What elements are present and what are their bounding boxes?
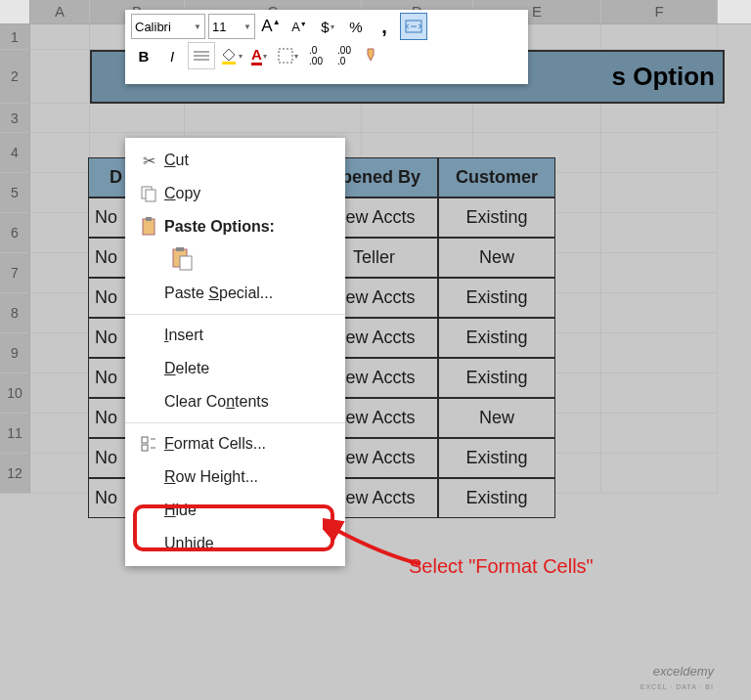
select-all-corner[interactable] [0,0,30,23]
row-header-1[interactable]: 1 [0,24,30,50]
menu-hide[interactable]: Hide [125,494,345,527]
font-name-select[interactable]: Calibri ▼ [131,14,205,39]
row-header-7[interactable]: 7 [0,253,30,293]
format-painter-button[interactable] [360,43,385,68]
percent-format-button[interactable]: % [343,14,369,39]
accounting-format-button[interactable]: $▾ [315,14,340,39]
cell-customer[interactable]: Existing [438,197,555,238]
menu-copy[interactable]: Copy [125,177,345,210]
svg-rect-10 [146,217,152,221]
row-header-6[interactable]: 6 [0,213,30,253]
font-size-value: 11 [212,20,226,34]
merge-icon [405,20,422,33]
menu-insert[interactable]: Insert [125,319,345,352]
watermark: exceldemy [653,664,714,678]
menu-paste-special[interactable]: Paste Special... [125,277,345,310]
decrease-font-button[interactable]: A▼ [287,14,312,39]
clipboard-icon [133,217,164,237]
cell-customer[interactable]: New [438,398,555,438]
borders-button[interactable]: ▾ [275,43,300,68]
svg-rect-8 [146,190,155,201]
svg-rect-6 [279,49,292,63]
row-header-4[interactable]: 4 [0,133,30,173]
cell-customer[interactable]: Existing [438,438,555,478]
increase-decimal-button[interactable]: .0.00 [303,43,329,68]
svg-rect-15 [142,445,148,451]
menu-delete[interactable]: Delete [125,352,345,385]
paste-keep-source-button[interactable] [166,243,199,277]
paintbrush-icon [364,47,381,65]
svg-rect-5 [222,62,236,65]
cell-customer[interactable]: New [438,238,555,278]
svg-rect-12 [176,247,184,251]
row-header-8[interactable]: 8 [0,293,30,333]
cell-customer[interactable]: Existing [438,278,555,318]
row-header-3[interactable]: 3 [0,104,30,133]
row-header-5[interactable]: 5 [0,173,30,213]
bold-button[interactable]: B [131,43,156,68]
fill-color-button[interactable]: ▾ [218,43,243,68]
align-icon [194,50,209,62]
increase-font-button[interactable]: A▲ [258,14,284,39]
comma-format-button[interactable]: , [372,14,397,39]
chevron-down-icon: ▼ [243,22,251,31]
clipboard-paste-icon [170,246,196,274]
cell-customer[interactable]: Existing [438,318,555,358]
row-header-10[interactable]: 10 [0,373,30,414]
font-name-value: Calibri [135,20,171,34]
row-header-12[interactable]: 12 [0,454,30,494]
format-cells-icon [133,436,164,452]
align-button[interactable] [188,42,215,69]
table-header-customer[interactable]: Customer [438,157,555,197]
font-size-select[interactable]: 11 ▼ [208,14,255,39]
svg-rect-14 [142,437,148,443]
svg-rect-13 [180,256,192,270]
decrease-decimal-button[interactable]: .00.0 [331,43,357,68]
chevron-down-icon: ▼ [194,22,201,31]
row-header-9[interactable]: 9 [0,333,30,373]
menu-format-cells[interactable]: Format Cells... [125,427,345,460]
scissors-icon: ✂ [133,152,164,170]
cell-customer[interactable]: Existing [438,358,555,398]
col-header-a[interactable]: A [30,0,90,23]
watermark-sub: EXCEL · DATA · BI [641,683,714,690]
svg-rect-9 [143,219,155,235]
menu-row-height[interactable]: Row Height... [125,460,345,494]
copy-icon [133,185,164,202]
col-header-f[interactable]: F [601,0,718,23]
font-color-button[interactable]: A▾ [246,43,272,68]
cell-customer[interactable]: Existing [438,478,555,518]
mini-toolbar: Calibri ▼ 11 ▼ A▲ A▼ $▾ % , B I ▾ A▾ ▾ .… [125,10,528,84]
borders-icon [278,48,293,64]
merge-center-button[interactable] [400,13,427,40]
menu-paste-options: Paste Options: [125,210,345,243]
menu-clear-contents[interactable]: Clear Contents [125,385,345,418]
context-menu: ✂ CuCutt Copy Paste Options: Paste Speci… [125,138,345,566]
menu-unhide[interactable]: Unhide [125,527,345,560]
menu-cut[interactable]: ✂ CuCutt [125,144,345,177]
row-header-11[interactable]: 11 [0,414,30,454]
row-header-2[interactable]: 2 [0,50,30,104]
italic-button[interactable]: I [159,43,185,68]
paint-bucket-icon [220,47,238,65]
annotation-text: Select "Format Cells" [409,555,594,578]
